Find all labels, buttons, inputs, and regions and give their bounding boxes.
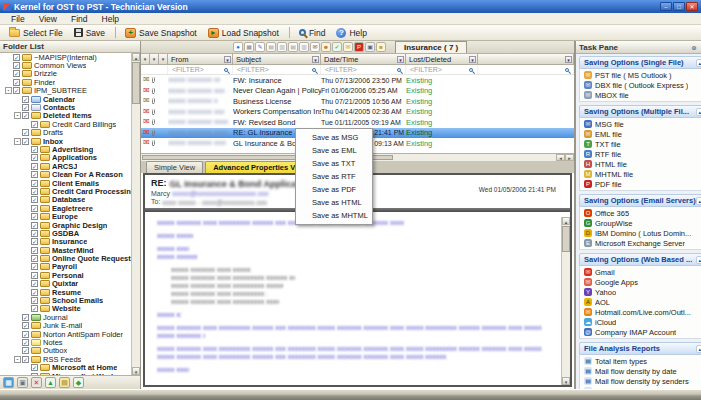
checkbox[interactable]: ✓ xyxy=(31,263,38,270)
search-icon[interactable] xyxy=(397,68,401,72)
checkbox[interactable]: ✓ xyxy=(31,373,38,375)
maximize-button[interactable]: □ xyxy=(673,2,685,11)
checkbox[interactable]: ✓ xyxy=(31,305,38,312)
checkbox[interactable]: ✓ xyxy=(31,247,38,254)
close-button[interactable]: ✕ xyxy=(686,2,698,11)
context-menu-item[interactable]: Save as RTF xyxy=(296,170,372,183)
calendar-view-icon[interactable]: ▦ xyxy=(244,42,254,52)
column-header-lost-deleted[interactable]: Lost/Deleted▾ xyxy=(406,54,478,64)
tree-item[interactable]: ✓Microsoft at Work xyxy=(0,372,131,375)
email-row[interactable]: ✉xxxxx xxxxxxx xxxx xxxxxxxxx xxxxxx xxx… xyxy=(141,107,574,118)
filter-cell[interactable] xyxy=(478,65,574,74)
save-snapshot-button[interactable]: +Save Snapshot xyxy=(120,27,202,39)
tree-view-icon[interactable]: ▲ xyxy=(45,377,56,388)
checkbox[interactable]: ✓ xyxy=(22,356,29,363)
tree-item[interactable]: ✓Common Views xyxy=(0,61,131,69)
column-filter-dropdown[interactable]: ▾ xyxy=(224,56,231,63)
taskpane-item[interactable]: TTXT file xyxy=(580,139,701,149)
taskpane-item[interactable]: GGroupWise xyxy=(580,218,701,228)
collapse-icon[interactable]: ▴ xyxy=(696,345,701,353)
preview-scrollbar[interactable]: ▴ ▾ xyxy=(561,217,570,385)
taskpane-item[interactable]: ▤Interaction between users xyxy=(580,386,701,389)
menu-view[interactable]: View xyxy=(32,14,64,24)
column-filter-dropdown[interactable]: ▾ xyxy=(469,56,476,63)
gutter-header[interactable]: ▾ xyxy=(141,54,150,64)
layout-2-icon[interactable]: ▥ xyxy=(277,42,287,52)
expander-icon[interactable]: - xyxy=(14,356,21,363)
tab-simple-view[interactable]: Simple View xyxy=(146,161,203,173)
pin-icon[interactable]: ⊙ xyxy=(691,45,696,51)
checkbox[interactable]: ✓ xyxy=(31,213,38,220)
taskpane-item[interactable]: ▤Mail flow density by senders xyxy=(580,376,701,386)
checkbox[interactable]: ✓ xyxy=(31,297,38,304)
column-header-subject[interactable]: Subject▾ xyxy=(233,54,321,64)
checkbox[interactable]: ✓ xyxy=(31,154,38,161)
folder-scrollbar[interactable]: ▴ ▾ xyxy=(131,53,140,375)
checkbox[interactable]: ✓ xyxy=(31,146,38,153)
taskpane-item[interactable]: ✉MSG file xyxy=(580,119,701,129)
scroll-right-icon[interactable]: ▸ xyxy=(565,154,574,161)
checkbox[interactable]: ✓ xyxy=(31,121,38,128)
gutter-header[interactable]: ▾ xyxy=(159,54,168,64)
expander-icon[interactable]: - xyxy=(14,138,21,145)
filter-cell[interactable]: <FILTER> xyxy=(168,65,233,74)
select-file-button[interactable]: Select File xyxy=(4,27,68,39)
taskpane-item[interactable]: ✉EML file xyxy=(580,129,701,139)
checkbox[interactable]: ✓ xyxy=(31,272,38,279)
checkbox[interactable]: ✓ xyxy=(31,196,38,203)
checkbox[interactable]: ✓ xyxy=(31,255,38,262)
tree-item[interactable]: ✓Credit Card Billings xyxy=(0,120,131,128)
checkbox[interactable]: ✓ xyxy=(13,70,20,77)
taskpane-item[interactable]: EMicrosoft Exchange Server xyxy=(580,238,701,248)
taskpane-item[interactable]: ✉MBOX file xyxy=(580,90,701,100)
preview-scroll-up-icon[interactable]: ▴ xyxy=(562,217,570,225)
section-header[interactable]: Saving Options (Web Based ...▴ xyxy=(579,253,701,266)
taskpane-item[interactable]: HHTML file xyxy=(580,159,701,169)
taskpane-item[interactable]: ✉DBX file ( Outlook Express ) xyxy=(580,80,701,90)
browser-view-icon[interactable]: ● xyxy=(233,42,243,52)
tree-item[interactable]: ✓Norton AntiSpam Folder xyxy=(0,330,131,338)
filter-cell[interactable]: <FILTER> xyxy=(321,65,406,74)
checkbox[interactable]: ✓ xyxy=(22,112,29,119)
taskpane-item[interactable]: ✉Gmail xyxy=(580,267,701,277)
checkbox[interactable]: ✓ xyxy=(22,104,29,111)
preview-toggle-icon[interactable]: ▦ xyxy=(3,377,14,388)
checkbox[interactable]: ✓ xyxy=(31,364,38,371)
minimize-button[interactable]: – xyxy=(660,2,672,11)
filter-cell[interactable]: <FILTER> xyxy=(406,65,478,74)
tree-item[interactable]: ✓Drafts xyxy=(0,129,131,137)
tree-item[interactable]: ✓Drizzle xyxy=(0,70,131,78)
checkbox[interactable]: ✓ xyxy=(13,62,20,69)
checkbox[interactable]: ✓ xyxy=(22,339,29,346)
load-snapshot-button[interactable]: ▸Load Snapshot xyxy=(203,27,284,39)
taskpane-item[interactable]: DIBM Domino ( Lotus Domin... xyxy=(580,228,701,238)
email-row[interactable]: ✉xxxxx xxxxxxx xxxx xxxxxxxxx xxxxxx xxx… xyxy=(141,86,574,97)
taskpane-item[interactable]: ▤Total item types xyxy=(580,356,701,366)
add-item-icon[interactable]: ◆ xyxy=(73,377,84,388)
taskpane-item[interactable]: ✉Hotmail.com/Live.com/Outl... xyxy=(580,307,701,317)
mail-folder-icon[interactable]: ✉ xyxy=(343,42,353,52)
column-filter-dropdown[interactable]: ▾ xyxy=(565,56,572,63)
taskpane-item[interactable]: ☁iCloud xyxy=(580,317,701,327)
section-header[interactable]: Saving Options (Email Servers)▴ xyxy=(579,194,701,207)
column-header-from[interactable]: From▾ xyxy=(168,54,233,64)
email-row[interactable]: ✉xxxxx xxxxxxx xxxx xxxxxxxxx xxxxxx xxx… xyxy=(141,75,574,86)
contacts-icon[interactable]: ☻ xyxy=(321,42,331,52)
checkbox[interactable]: ✓ xyxy=(31,171,38,178)
checkbox[interactable]: ✓ xyxy=(31,238,38,245)
layout-4-icon[interactable]: ▥ xyxy=(299,42,309,52)
permissions-icon[interactable]: ✓ xyxy=(332,42,342,52)
folder-tab-insurance[interactable]: Insurance ( 7 ) xyxy=(395,41,467,53)
context-menu-item[interactable]: Save as HTML xyxy=(296,196,372,209)
taskpane-item[interactable]: @Company IMAP Account xyxy=(580,327,701,337)
help-button[interactable]: ?Help xyxy=(331,27,371,39)
save-folder-icon[interactable]: ■ xyxy=(376,42,386,52)
section-header[interactable]: File Analysis Reports▴ xyxy=(579,342,701,355)
taskpane-item[interactable]: YYahoo xyxy=(580,287,701,297)
column-header-date-time[interactable]: Date/Time▾ xyxy=(321,54,406,64)
exclude-item-icon[interactable]: ✕ xyxy=(31,377,42,388)
context-menu-item[interactable]: Save as MHTML xyxy=(296,209,372,222)
checkbox[interactable]: ✓ xyxy=(31,205,38,212)
context-menu-item[interactable]: Save as MSG xyxy=(296,131,372,144)
context-menu-item[interactable]: Save as EML xyxy=(296,144,372,157)
